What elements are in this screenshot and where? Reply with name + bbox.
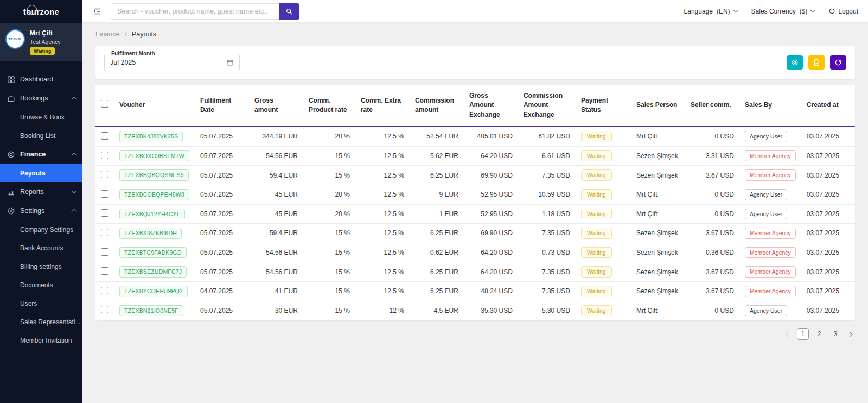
logout-button[interactable]: Logout — [828, 8, 858, 15]
sidebar-item-settings[interactable]: Settings — [0, 202, 82, 221]
logo-ring-icon — [27, 5, 37, 15]
logout-label: Logout — [838, 8, 858, 15]
column-header-sales_person: Sales Person — [631, 85, 685, 127]
calendar-icon[interactable] — [226, 59, 234, 66]
search-button[interactable] — [279, 3, 299, 20]
cell-comm_product_rate: 15 % — [303, 224, 355, 243]
voucher-badge[interactable]: TZEXBTC9FADK9GD — [119, 247, 187, 259]
cell-sales-by: Agency User — [739, 127, 801, 146]
sales-by-badge: Member Agency — [745, 169, 796, 181]
payouts-table: VoucherFulfilment DateGross amountComm. … — [95, 85, 855, 320]
voucher-badge[interactable]: TZEXBOXG9BSFM7W — [119, 150, 189, 162]
refresh-button[interactable] — [830, 55, 846, 70]
fulfilment-month-input[interactable] — [110, 59, 226, 66]
export-file-button[interactable] — [808, 55, 825, 70]
voucher-badge[interactable]: TZEXBCOEQPEH6W8 — [119, 189, 189, 200]
voucher-badge[interactable]: TZEXBBQBQQSNES9 — [119, 169, 189, 181]
cell-payment-status: Waiting — [576, 301, 631, 320]
cell-comm_extra_rate: 12.5 % — [355, 185, 410, 204]
payment-status-badge: Waiting — [581, 209, 612, 220]
language-selector[interactable]: Language (EN) — [684, 8, 737, 15]
pagination-page-3[interactable]: 3 — [829, 328, 841, 340]
cell-payment-status: Waiting — [576, 281, 631, 301]
cell-comm_extra_rate: 12.5 % — [355, 146, 410, 166]
cell-fulfilment_date: 05.07.2025 — [195, 185, 249, 204]
search-input[interactable] — [111, 3, 279, 20]
cell-commission_amount_exchange: 10.59 USD — [518, 185, 576, 204]
fulfilment-month-field[interactable]: Fulfilment Month — [104, 54, 240, 71]
breadcrumb-parent[interactable]: Finance — [95, 30, 119, 38]
chevron-up-icon — [72, 152, 76, 157]
row-checkbox[interactable] — [101, 287, 108, 294]
row-checkbox[interactable] — [101, 171, 108, 178]
sidebar-item-dashboard[interactable]: Dashboard — [0, 70, 82, 89]
column-header-gross_amount_exchange: Gross Amount Exchange — [464, 85, 518, 127]
table-settings-button[interactable] — [787, 55, 803, 70]
cell-comm_extra_rate: 12.5 % — [355, 262, 410, 282]
payment-status-badge: Waiting — [581, 247, 612, 259]
row-checkbox[interactable] — [101, 267, 108, 275]
cell-commission_amount_exchange: 7.35 USD — [518, 166, 576, 185]
row-checkbox[interactable] — [101, 229, 108, 236]
row-checkbox[interactable] — [101, 132, 108, 140]
cell-gross_amount: 54.56 EUR — [249, 243, 303, 262]
voucher-badge[interactable]: TZEXBN21IO0NE5F — [119, 305, 183, 317]
voucher-badge[interactable]: TZEXBK4J80VK25S — [119, 131, 183, 142]
sidebar-item-finance[interactable]: Finance — [0, 145, 82, 164]
sidebar-item-billing-settings[interactable]: Billing settings — [0, 257, 82, 276]
sidebar: tourzone TRAVEL Mrt Çift Test Agency Wai… — [0, 0, 82, 403]
sidebar-item-payouts[interactable]: Payouts — [0, 164, 82, 182]
cell-gross_amount: 30 EUR — [249, 301, 303, 320]
cell-sales-by: Member Agency — [739, 166, 801, 185]
sidebar-item-documents[interactable]: Documents — [0, 276, 82, 294]
cell-created_at: 03.07.2025 — [801, 127, 855, 146]
voucher-badge[interactable]: TZEXBXI8ZKBI6DH — [119, 228, 182, 239]
pagination-page-1[interactable]: 1 — [797, 328, 809, 340]
sales-currency-selector[interactable]: Sales Currency ($) — [751, 8, 815, 15]
row-checkbox[interactable] — [101, 248, 108, 256]
sidebar-item-company-settings[interactable]: Company Settings — [0, 221, 82, 239]
cell-fulfilment_date: 05.07.2025 — [195, 166, 249, 185]
sidebar-item-label: Bookings — [20, 95, 67, 102]
sidebar-item-users[interactable]: Users — [0, 294, 82, 313]
column-header-gross_amount: Gross amount — [249, 85, 303, 127]
sidebar-item-browse-book[interactable]: Browse & Book — [0, 108, 82, 127]
sidebar-item-label: Settings — [20, 207, 67, 215]
cell-gross_amount: 45 EUR — [249, 204, 303, 224]
sidebar-item-booking-list[interactable]: Booking List — [0, 127, 82, 145]
row-checkbox[interactable] — [101, 190, 108, 198]
collapse-sidebar-icon[interactable] — [92, 7, 102, 16]
row-checkbox[interactable] — [101, 152, 108, 159]
chevron-up-icon — [72, 208, 76, 213]
cell-sales-by: Agency User — [739, 185, 801, 204]
payment-status-badge: Waiting — [581, 228, 612, 239]
table-row: TZEXBN21IO0NE5F05.07.202530 EUR15 %12 %4… — [95, 301, 855, 320]
sidebar-item-sales-representatives[interactable]: Sales Representati... — [0, 313, 82, 331]
voucher-badge[interactable]: TZEXBQJ12YH4CYL — [119, 209, 185, 220]
sidebar-item-member-invitation[interactable]: Member Invitation — [0, 331, 82, 350]
sidebar-item-reports[interactable]: Reports — [0, 182, 82, 202]
voucher-badge[interactable]: TZEXBSEZUDMFC7J — [119, 266, 187, 278]
pagination-prev-icon[interactable] — [784, 330, 793, 338]
sidebar-item-bank-accounts[interactable]: Bank Accounts — [0, 239, 82, 257]
cell-created_at: 03.07.2025 — [801, 204, 855, 224]
voucher-badge[interactable]: TZEXBYCOEPU9PQ2 — [119, 286, 188, 297]
row-checkbox[interactable] — [101, 209, 108, 217]
sales-by-badge: Member Agency — [745, 286, 796, 297]
row-checkbox[interactable] — [101, 306, 108, 313]
select-all-checkbox[interactable] — [101, 100, 108, 108]
sidebar-item-bookings[interactable]: Bookings — [0, 89, 82, 108]
filter-card: Fulfilment Month — [95, 46, 855, 79]
sidebar-item-label: Finance — [20, 150, 67, 158]
brand-logo[interactable]: tourzone — [23, 7, 60, 16]
payment-status-badge: Waiting — [581, 286, 612, 297]
cell-comm_product_rate: 20 % — [303, 127, 355, 146]
cell-sales_person: Sezen Şimşek — [631, 262, 685, 282]
column-header-fulfilment_date: Fulfilment Date — [195, 85, 249, 127]
breadcrumb-current: Payouts — [132, 30, 156, 38]
pagination-next-icon[interactable] — [846, 330, 854, 338]
pagination-page-2[interactable]: 2 — [813, 328, 825, 340]
cell-sales-by: Member Agency — [739, 262, 801, 282]
cell-comm_product_rate: 20 % — [303, 204, 355, 224]
column-header-commission_amount: Commission amount — [410, 85, 464, 127]
